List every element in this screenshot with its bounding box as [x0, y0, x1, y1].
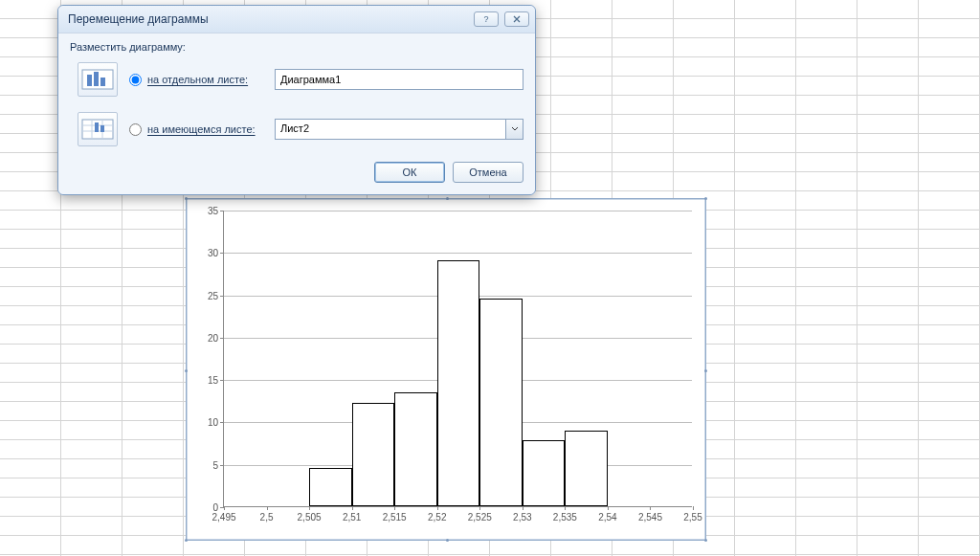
chart-object[interactable]: 051015202530352,4952,52,5052,512,5152,52… — [186, 198, 706, 541]
resize-handle[interactable] — [185, 197, 188, 200]
histogram-bar — [523, 440, 566, 506]
radio-existing-sheet-label: на имеющемся листе: — [147, 123, 256, 135]
gridline — [224, 211, 692, 211]
help-button[interactable]: ? — [474, 11, 499, 27]
y-axis-label: 15 — [208, 375, 218, 386]
option-new-sheet-row: на отдельном листе: — [78, 62, 523, 97]
x-axis-label: 2,52 — [428, 512, 446, 523]
radio-new-sheet[interactable]: на отдельном листе: — [129, 74, 263, 86]
histogram-bar — [437, 260, 480, 506]
x-axis-label: 2,495 — [212, 512, 235, 523]
resize-handle[interactable] — [446, 197, 449, 200]
x-axis-label: 2,505 — [298, 512, 322, 523]
x-axis-label: 2,525 — [468, 512, 492, 523]
y-axis-label: 0 — [212, 502, 218, 513]
y-axis-label: 35 — [208, 206, 218, 216]
option-existing-sheet-row: на имеющемся листе: Лист2 — [78, 112, 523, 146]
new-sheet-icon — [78, 62, 118, 97]
y-axis-label: 10 — [208, 417, 218, 428]
move-chart-dialog: Перемещение диаграммы ? Разместить диагр… — [57, 5, 536, 195]
resize-handle[interactable] — [704, 197, 707, 200]
radio-new-sheet-input[interactable] — [129, 74, 142, 86]
histogram-bar — [352, 403, 395, 506]
dialog-titlebar[interactable]: Перемещение диаграммы ? — [58, 6, 535, 33]
svg-rect-2 — [87, 75, 92, 86]
dialog-title: Перемещение диаграммы — [68, 12, 209, 26]
cancel-button[interactable]: Отмена — [453, 162, 523, 183]
histogram-bar — [565, 431, 608, 506]
gridline — [224, 253, 692, 254]
x-axis-label: 2,51 — [343, 512, 361, 523]
x-axis-label: 2,515 — [383, 512, 407, 523]
existing-sheet-value: Лист2 — [276, 120, 505, 139]
dropdown-button[interactable] — [505, 120, 523, 139]
y-axis-label: 5 — [212, 459, 218, 470]
existing-sheet-icon — [78, 112, 118, 146]
histogram-bar — [479, 299, 523, 506]
y-axis-label: 30 — [208, 248, 218, 258]
radio-existing-sheet[interactable]: на имеющемся листе: — [129, 123, 263, 136]
x-axis-label: 2,535 — [553, 512, 577, 523]
close-button[interactable] — [504, 11, 529, 27]
radio-existing-sheet-input[interactable] — [129, 123, 142, 136]
existing-sheet-select[interactable]: Лист2 — [275, 119, 523, 140]
x-axis-label: 2,5 — [260, 512, 274, 523]
x-axis-label: 2,545 — [638, 512, 662, 523]
resize-handle[interactable] — [704, 539, 707, 542]
resize-handle[interactable] — [446, 539, 449, 542]
histogram-bar — [394, 392, 437, 506]
x-axis-label: 2,55 — [683, 512, 702, 523]
group-label: Разместить диаграмму: — [70, 41, 523, 53]
resize-handle[interactable] — [185, 369, 188, 372]
svg-rect-3 — [94, 72, 99, 86]
new-sheet-name-input[interactable] — [275, 69, 523, 90]
svg-rect-11 — [100, 125, 104, 132]
resize-handle[interactable] — [704, 369, 707, 372]
x-axis-label: 2,54 — [598, 512, 616, 523]
resize-handle[interactable] — [185, 539, 188, 542]
svg-text:?: ? — [483, 14, 488, 24]
svg-rect-10 — [95, 122, 99, 132]
ok-button[interactable]: ОК — [374, 162, 445, 183]
radio-new-sheet-label: на отдельном листе: — [147, 74, 248, 85]
plot-area: 051015202530352,4952,52,5052,512,5152,52… — [223, 211, 692, 507]
histogram-bar — [309, 468, 352, 506]
y-axis-label: 20 — [208, 332, 218, 343]
svg-rect-4 — [100, 78, 105, 86]
y-axis-label: 25 — [208, 290, 218, 300]
x-axis-label: 2,53 — [513, 512, 531, 523]
